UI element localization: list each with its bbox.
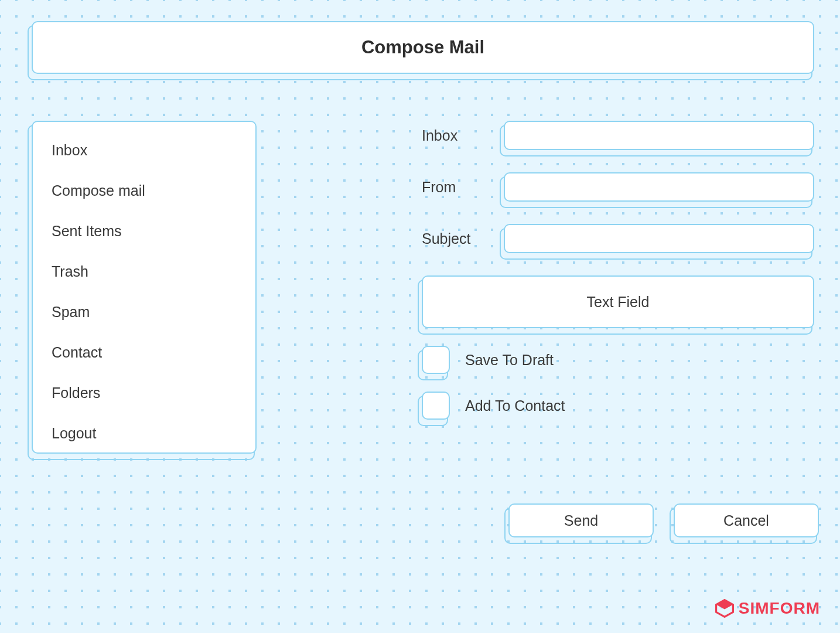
field-row-from: From	[422, 172, 814, 202]
cancel-button[interactable]: Cancel	[674, 503, 819, 537]
sidebar-item-inbox[interactable]: Inbox	[52, 142, 237, 159]
svg-marker-1	[716, 600, 733, 610]
field-label-subject: Subject	[422, 230, 504, 247]
save-draft-checkbox[interactable]	[422, 346, 450, 374]
sidebar-item-trash[interactable]: Trash	[52, 263, 237, 280]
sidebar: Inbox Compose mail Sent Items Trash Spam…	[32, 121, 257, 454]
field-row-inbox: Inbox	[422, 121, 814, 150]
checkbox-row-draft: Save To Draft	[422, 346, 814, 374]
action-buttons: Send Cancel	[508, 503, 819, 537]
sidebar-item-compose[interactable]: Compose mail	[52, 182, 237, 199]
sidebar-item-contact[interactable]: Contact	[52, 344, 237, 361]
add-contact-label: Add To Contact	[465, 397, 565, 414]
send-button-label: Send	[508, 503, 654, 537]
sidebar-item-spam[interactable]: Spam	[52, 304, 237, 321]
page-header: Compose Mail	[32, 21, 814, 74]
checkbox-row-contact: Add To Contact	[422, 392, 814, 420]
sidebar-item-sent[interactable]: Sent Items	[52, 223, 237, 240]
brand-logo: SIMFORM	[715, 599, 820, 618]
body-textfield-label: Text Field	[422, 275, 814, 328]
sidebar-item-folders[interactable]: Folders	[52, 384, 237, 401]
from-input[interactable]	[504, 172, 814, 202]
page-title: Compose Mail	[32, 21, 814, 74]
sidebar-item-logout[interactable]: Logout	[52, 425, 237, 442]
field-label-inbox: Inbox	[422, 127, 504, 144]
brand-name: SIMFORM	[739, 599, 820, 618]
field-label-from: From	[422, 179, 504, 196]
simform-logo-icon	[715, 599, 734, 618]
cancel-button-label: Cancel	[674, 503, 819, 537]
compose-form: Inbox From Subject Text Field Save To Dr…	[422, 121, 814, 422]
field-row-subject: Subject	[422, 224, 814, 253]
subject-input[interactable]	[504, 224, 814, 253]
save-draft-label: Save To Draft	[465, 352, 554, 369]
inbox-input[interactable]	[504, 121, 814, 150]
add-contact-checkbox[interactable]	[422, 392, 450, 420]
send-button[interactable]: Send	[508, 503, 654, 537]
body-textfield[interactable]: Text Field	[422, 275, 814, 328]
